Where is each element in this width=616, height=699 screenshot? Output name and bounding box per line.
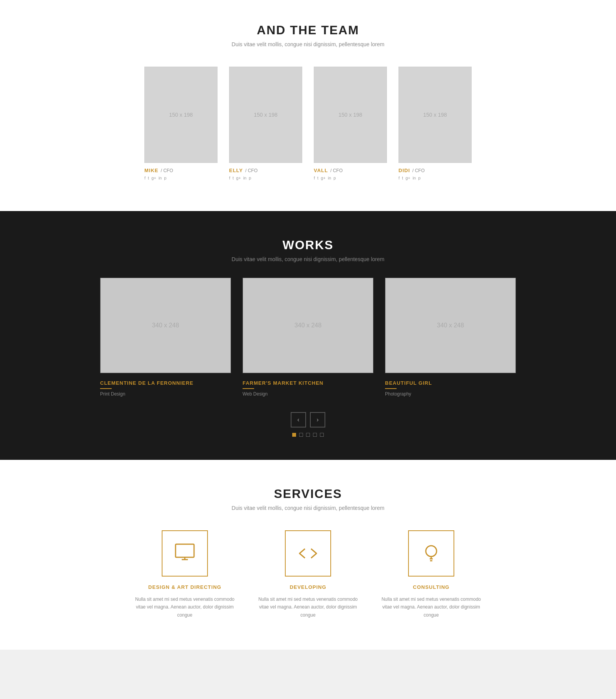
team-name-didi: DIDI bbox=[398, 168, 410, 173]
svg-point-3 bbox=[426, 546, 437, 557]
team-role-mike: / CFO bbox=[161, 168, 173, 173]
service-title-developing: DEVELOPING bbox=[258, 584, 358, 590]
work-title-underline-2 bbox=[243, 388, 254, 389]
works-dot-1[interactable] bbox=[292, 433, 296, 437]
works-dot-2[interactable] bbox=[299, 433, 303, 437]
works-dot-4[interactable] bbox=[313, 433, 317, 437]
team-name-row-didi: DIDI / CFO bbox=[398, 168, 472, 173]
works-grid: 340 x 248 CLEMENTINE DE LA FERONNIERE Pr… bbox=[0, 278, 616, 397]
gplus-icon-4[interactable]: g+ bbox=[405, 176, 410, 180]
service-icon-box-consulting bbox=[408, 530, 454, 577]
work-category-1: Print Design bbox=[100, 391, 231, 397]
pinterest-icon-4[interactable]: p bbox=[418, 176, 420, 180]
team-photo-vall: 150 x 198 bbox=[314, 67, 387, 163]
twitter-icon-4[interactable]: t bbox=[402, 176, 403, 180]
service-icon-box-developing bbox=[285, 530, 331, 577]
monitor-icon bbox=[173, 542, 196, 565]
works-dot-5[interactable] bbox=[320, 433, 324, 437]
team-name-elly: ELLY bbox=[229, 168, 243, 173]
services-section: SERVICES Duis vitae velit mollis, congue… bbox=[0, 460, 616, 650]
works-nav: ‹ › bbox=[0, 412, 616, 437]
work-category-3: Photography bbox=[385, 391, 516, 397]
code-icon bbox=[296, 542, 320, 565]
linkedin-icon[interactable]: in bbox=[159, 176, 162, 180]
service-desc-developing: Nulla sit amet mi sed metus venenatis co… bbox=[258, 595, 358, 619]
team-social-elly: f t g+ in p bbox=[229, 176, 302, 180]
work-photo-1: 340 x 248 bbox=[100, 278, 231, 373]
team-role-didi: / CFO bbox=[412, 168, 425, 173]
team-role-vall: / CFO bbox=[330, 168, 343, 173]
team-name-row-elly: ELLY / CFO bbox=[229, 168, 302, 173]
works-dot-3[interactable] bbox=[306, 433, 310, 437]
works-next-button[interactable]: › bbox=[310, 412, 325, 427]
work-photo-2: 340 x 248 bbox=[243, 278, 373, 373]
team-photo-mike: 150 x 198 bbox=[144, 67, 218, 163]
team-name-mike: MIKE bbox=[144, 168, 159, 173]
service-card-design: DESIGN & ART DIRECTING Nulla sit amet mi… bbox=[135, 530, 235, 619]
linkedin-icon-4[interactable]: in bbox=[413, 176, 416, 180]
work-title-3: BEAUTIFUL GIRL bbox=[385, 380, 516, 386]
gplus-icon-2[interactable]: g+ bbox=[236, 176, 241, 180]
team-social-didi: f t g+ in p bbox=[398, 176, 472, 180]
team-section: AND THE TEAM Duis vitae velit mollis, co… bbox=[0, 0, 616, 211]
work-title-underline-1 bbox=[100, 388, 112, 389]
works-arrows: ‹ › bbox=[291, 412, 325, 427]
work-card-3: 340 x 248 BEAUTIFUL GIRL Photography bbox=[385, 278, 516, 397]
team-name-row-vall: VALL / CFO bbox=[314, 168, 387, 173]
facebook-icon-4[interactable]: f bbox=[398, 176, 400, 180]
service-icon-box-design bbox=[162, 530, 208, 577]
works-title: WORKS bbox=[0, 238, 616, 252]
team-grid: 150 x 198 MIKE / CFO f t g+ in p 150 x 1… bbox=[0, 67, 616, 180]
gplus-icon-3[interactable]: g+ bbox=[321, 176, 326, 180]
team-social-vall: f t g+ in p bbox=[314, 176, 387, 180]
twitter-icon[interactable]: t bbox=[148, 176, 149, 180]
team-card-vall: 150 x 198 VALL / CFO f t g+ in p bbox=[314, 67, 387, 180]
team-name-vall: VALL bbox=[314, 168, 328, 173]
service-desc-consulting: Nulla sit amet mi sed metus venenatis co… bbox=[381, 595, 481, 619]
work-card-2: 340 x 248 FARMER'S MARKET KITCHEN Web De… bbox=[243, 278, 373, 397]
team-card-elly: 150 x 198 ELLY / CFO f t g+ in p bbox=[229, 67, 302, 180]
team-title: AND THE TEAM bbox=[0, 23, 616, 37]
linkedin-icon-3[interactable]: in bbox=[328, 176, 331, 180]
service-title-consulting: CONSULTING bbox=[381, 584, 481, 590]
service-title-design: DESIGN & ART DIRECTING bbox=[135, 584, 235, 590]
work-category-2: Web Design bbox=[243, 391, 373, 397]
work-title-2: FARMER'S MARKET KITCHEN bbox=[243, 380, 373, 386]
gplus-icon[interactable]: g+ bbox=[151, 176, 156, 180]
twitter-icon-2[interactable]: t bbox=[233, 176, 234, 180]
team-name-row-mike: MIKE / CFO bbox=[144, 168, 218, 173]
team-subtitle: Duis vitae velit mollis, congue nisi dig… bbox=[0, 41, 616, 47]
facebook-icon-3[interactable]: f bbox=[314, 176, 315, 180]
service-desc-design: Nulla sit amet mi sed metus venenatis co… bbox=[135, 595, 235, 619]
services-title: SERVICES bbox=[0, 487, 616, 501]
work-title-underline-3 bbox=[385, 388, 397, 389]
team-photo-elly: 150 x 198 bbox=[229, 67, 302, 163]
team-photo-didi: 150 x 198 bbox=[398, 67, 472, 163]
bulb-icon bbox=[420, 542, 443, 565]
works-section: WORKS Duis vitae velit mollis, congue ni… bbox=[0, 211, 616, 460]
facebook-icon[interactable]: f bbox=[144, 176, 146, 180]
work-card-1: 340 x 248 CLEMENTINE DE LA FERONNIERE Pr… bbox=[100, 278, 231, 397]
service-card-consulting: CONSULTING Nulla sit amet mi sed metus v… bbox=[381, 530, 481, 619]
twitter-icon-3[interactable]: t bbox=[317, 176, 318, 180]
work-photo-3: 340 x 248 bbox=[385, 278, 516, 373]
linkedin-icon-2[interactable]: in bbox=[243, 176, 247, 180]
team-card-didi: 150 x 198 DIDI / CFO f t g+ in p bbox=[398, 67, 472, 180]
pinterest-icon-2[interactable]: p bbox=[249, 176, 251, 180]
pinterest-icon[interactable]: p bbox=[164, 176, 166, 180]
works-prev-button[interactable]: ‹ bbox=[291, 412, 306, 427]
services-subtitle: Duis vitae velit mollis, congue nisi dig… bbox=[0, 505, 616, 511]
services-grid: DESIGN & ART DIRECTING Nulla sit amet mi… bbox=[0, 530, 616, 619]
team-social-mike: f t g+ in p bbox=[144, 176, 218, 180]
team-card-mike: 150 x 198 MIKE / CFO f t g+ in p bbox=[144, 67, 218, 180]
works-dots bbox=[292, 433, 324, 437]
service-card-developing: DEVELOPING Nulla sit amet mi sed metus v… bbox=[258, 530, 358, 619]
team-role-elly: / CFO bbox=[245, 168, 258, 173]
svg-rect-0 bbox=[176, 544, 194, 557]
pinterest-icon-3[interactable]: p bbox=[333, 176, 336, 180]
work-title-1: CLEMENTINE DE LA FERONNIERE bbox=[100, 380, 231, 386]
works-subtitle: Duis vitae velit mollis, congue nisi dig… bbox=[0, 256, 616, 262]
facebook-icon-2[interactable]: f bbox=[229, 176, 230, 180]
